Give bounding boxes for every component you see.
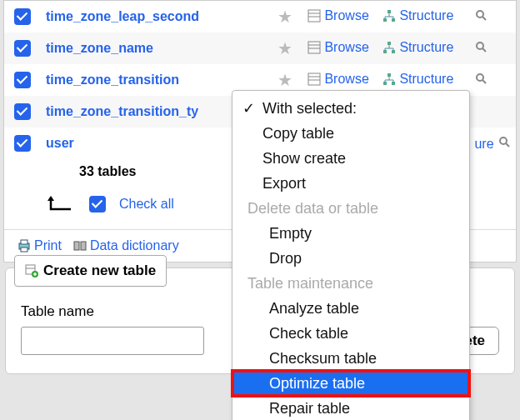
browse-icon: [308, 41, 321, 54]
browse-icon: [308, 72, 321, 86]
print-link[interactable]: Print: [18, 238, 62, 253]
svg-rect-0: [308, 10, 320, 22]
search-icon[interactable]: [474, 72, 488, 85]
structure-link[interactable]: Structure: [382, 8, 453, 23]
table-name-link[interactable]: time_zone_transition: [46, 72, 179, 87]
menu-show-create[interactable]: Show create: [232, 146, 469, 171]
svg-point-22: [477, 74, 483, 81]
svg-point-24: [500, 138, 507, 144]
browse-icon: [308, 9, 321, 22]
table-name-label: Table name: [21, 303, 204, 320]
svg-line-7: [482, 17, 486, 20]
row-checkbox[interactable]: [14, 40, 31, 57]
structure-icon: [382, 72, 396, 86]
menu-export[interactable]: Export: [232, 171, 469, 196]
create-new-table-button[interactable]: Create new table: [14, 255, 167, 287]
structure-label: Structure: [399, 40, 453, 55]
favorite-star-icon[interactable]: ★: [278, 39, 292, 58]
svg-rect-30: [81, 242, 86, 250]
table-name-input[interactable]: [21, 327, 204, 355]
svg-rect-3: [388, 10, 391, 13]
svg-line-15: [482, 48, 486, 52]
svg-rect-5: [392, 18, 395, 22]
menu-analyze-table[interactable]: Analyze table: [232, 296, 469, 321]
table-row: time_zone_name ★ Browse Structure: [4, 32, 516, 64]
menu-copy-table[interactable]: Copy table: [232, 121, 469, 146]
structure-label: Structure: [399, 8, 453, 23]
svg-line-25: [506, 143, 509, 147]
svg-rect-11: [388, 42, 391, 45]
row-checkbox[interactable]: [14, 103, 31, 120]
print-icon: [18, 239, 31, 252]
print-label: Print: [34, 238, 62, 253]
menu-checksum-table[interactable]: Checksum table: [232, 346, 469, 371]
svg-line-23: [482, 80, 486, 83]
svg-rect-28: [21, 248, 28, 252]
browse-label: Browse: [324, 72, 368, 87]
table-name-link[interactable]: user: [46, 136, 74, 150]
checkmark-icon: ✓: [242, 98, 255, 119]
browse-link[interactable]: Browse: [308, 72, 368, 87]
svg-point-6: [477, 11, 483, 18]
menu-repair-table[interactable]: Repair table: [232, 396, 469, 420]
svg-rect-12: [383, 50, 387, 53]
data-dictionary-label: Data dictionary: [90, 238, 179, 253]
svg-rect-13: [392, 50, 395, 53]
menu-empty[interactable]: Empty: [232, 221, 469, 246]
svg-rect-19: [388, 73, 391, 77]
browse-label: Browse: [324, 8, 368, 23]
menu-optimize-table[interactable]: Optimize table: [232, 371, 469, 396]
new-table-icon: [25, 264, 38, 278]
svg-rect-20: [383, 82, 387, 85]
table-name-link[interactable]: time_zone_name: [46, 41, 153, 55]
svg-rect-4: [383, 18, 387, 22]
check-all-label[interactable]: Check all: [119, 197, 174, 212]
svg-rect-16: [308, 73, 320, 85]
menu-check-table[interactable]: Check table: [232, 321, 469, 346]
browse-label: Browse: [324, 40, 368, 55]
data-dictionary-icon: [73, 239, 87, 252]
svg-point-14: [477, 42, 483, 49]
table-name-link[interactable]: time_zone_leap_second: [46, 9, 199, 23]
svg-rect-27: [21, 240, 28, 244]
structure-link-partial[interactable]: ure: [474, 137, 493, 152]
data-dictionary-link[interactable]: Data dictionary: [73, 238, 179, 253]
search-icon[interactable]: [474, 8, 488, 22]
svg-rect-21: [392, 82, 395, 85]
select-arrow-icon: [46, 194, 76, 214]
browse-link[interactable]: Browse: [308, 8, 368, 23]
svg-rect-8: [308, 42, 320, 53]
menu-header-maintenance: Table maintenance: [232, 271, 469, 296]
row-checkbox[interactable]: [14, 135, 31, 152]
with-selected-menu: ✓With selected: Copy table Show create E…: [232, 90, 470, 420]
table-row: time_zone_leap_second ★ Browse Structure: [4, 1, 516, 32]
browse-link[interactable]: Browse: [308, 40, 368, 55]
favorite-star-icon[interactable]: ★: [278, 8, 292, 26]
row-checkbox[interactable]: [14, 8, 31, 25]
structure-label-partial: ure: [474, 137, 493, 152]
svg-rect-29: [74, 242, 79, 250]
menu-header-delete: Delete data or table: [232, 196, 469, 221]
search-icon[interactable]: [498, 135, 511, 148]
row-checkbox[interactable]: [14, 72, 31, 88]
table-name-link[interactable]: time_zone_transition_ty: [46, 104, 198, 118]
menu-drop[interactable]: Drop: [232, 246, 469, 271]
structure-link[interactable]: Structure: [382, 40, 453, 55]
structure-link[interactable]: Structure: [382, 72, 453, 87]
favorite-star-icon[interactable]: ★: [278, 71, 292, 89]
check-all-checkbox[interactable]: [89, 196, 106, 212]
structure-label: Structure: [399, 72, 453, 87]
search-icon[interactable]: [474, 40, 488, 53]
create-new-table-label: Create new table: [43, 262, 156, 279]
structure-icon: [382, 9, 396, 22]
structure-icon: [382, 41, 396, 54]
menu-with-selected[interactable]: ✓With selected:: [232, 96, 469, 121]
